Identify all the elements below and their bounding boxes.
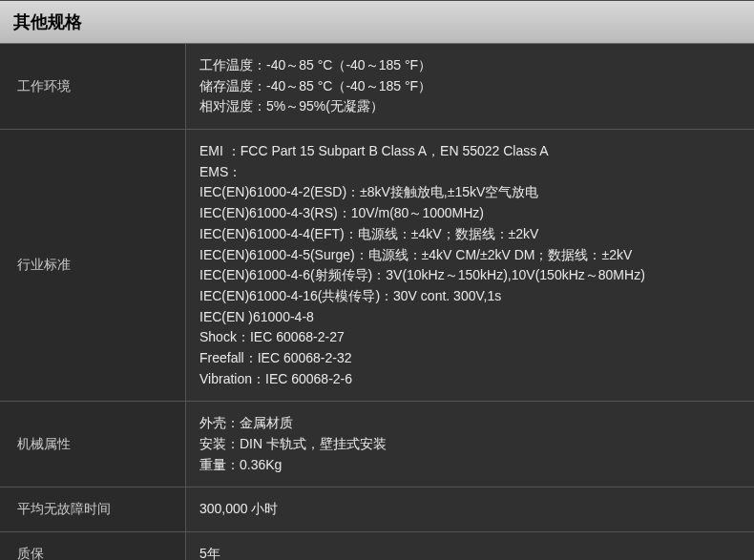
- row-label: 行业标准: [0, 130, 186, 401]
- value-line: IEC(EN)61000-4-6(射频传导)：3V(10kHz～150kHz),…: [199, 265, 741, 286]
- table-row: 平均无故障时间 300,000 小时: [0, 487, 754, 532]
- value-line: IEC(EN)61000-4-3(RS)：10V/m(80～1000MHz): [199, 203, 741, 224]
- row-label: 工作环境: [0, 44, 186, 129]
- value-line: IEC(EN)61000-4-16(共模传导)：30V cont. 300V,1…: [199, 286, 741, 307]
- row-value: 外壳：金属材质 安装：DIN 卡轨式，壁挂式安装 重量：0.36Kg: [186, 402, 754, 487]
- table-row: 机械属性 外壳：金属材质 安装：DIN 卡轨式，壁挂式安装 重量：0.36Kg: [0, 402, 754, 487]
- value-line: 工作温度：-40～85 °C（-40～185 °F）: [199, 55, 741, 76]
- value-line: IEC(EN )61000-4-8: [199, 307, 741, 328]
- row-value: 5年: [186, 532, 754, 560]
- table-row: 工作环境 工作温度：-40～85 °C（-40～185 °F） 储存温度：-40…: [0, 44, 754, 130]
- value-line: 5年: [199, 544, 741, 560]
- value-line: 相对湿度：5%～95%(无凝露）: [199, 96, 741, 117]
- row-value: 300,000 小时: [186, 487, 754, 531]
- row-label: 机械属性: [0, 402, 186, 487]
- row-value: 工作温度：-40～85 °C（-40～185 °F） 储存温度：-40～85 °…: [186, 44, 754, 129]
- value-line: 重量：0.36Kg: [199, 455, 741, 476]
- value-line: 300,000 小时: [199, 499, 741, 520]
- table-row: 行业标准 EMI ：FCC Part 15 Subpart B Class A，…: [0, 130, 754, 402]
- value-line: IEC(EN)61000-4-4(EFT)：电源线：±4kV；数据线：±2kV: [199, 224, 741, 245]
- value-line: Freefall：IEC 60068-2-32: [199, 348, 741, 369]
- row-value: EMI ：FCC Part 15 Subpart B Class A，EN 55…: [186, 130, 754, 401]
- value-line: 外壳：金属材质: [199, 413, 741, 434]
- value-line: IEC(EN)61000-4-2(ESD)：±8kV接触放电,±15kV空气放电: [199, 182, 741, 203]
- value-line: 储存温度：-40～85 °C（-40～185 °F）: [199, 76, 741, 97]
- value-line: 安装：DIN 卡轨式，壁挂式安装: [199, 434, 741, 455]
- value-line: EMS：: [199, 162, 741, 183]
- value-line: IEC(EN)61000-4-5(Surge)：电源线：±4kV CM/±2kV…: [199, 245, 741, 266]
- value-line: EMI ：FCC Part 15 Subpart B Class A，EN 55…: [199, 141, 741, 162]
- row-label: 质保: [0, 532, 186, 560]
- row-label: 平均无故障时间: [0, 487, 186, 531]
- section-header: 其他规格: [0, 0, 754, 44]
- spec-table: 工作环境 工作温度：-40～85 °C（-40～185 °F） 储存温度：-40…: [0, 44, 754, 560]
- table-row: 质保 5年: [0, 532, 754, 560]
- value-line: Vibration：IEC 60068-2-6: [199, 369, 741, 390]
- value-line: Shock：IEC 60068-2-27: [199, 327, 741, 348]
